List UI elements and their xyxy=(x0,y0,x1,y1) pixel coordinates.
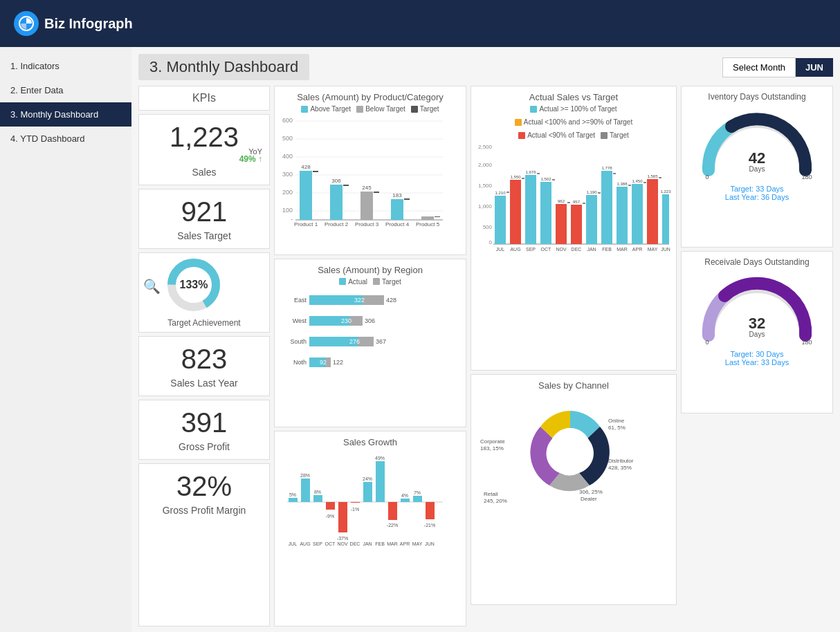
svg-text:-9%: -9% xyxy=(326,514,334,519)
svg-text:428: 428 xyxy=(386,297,396,304)
svg-text:322: 322 xyxy=(354,297,365,304)
svg-text:SEP: SEP xyxy=(526,247,536,252)
inventory-target-text: Target: 33 Days xyxy=(730,185,783,193)
svg-rect-30 xyxy=(421,216,434,220)
svg-text:East: East xyxy=(294,297,307,304)
inventory-days-card: Iventory Days Outstanding 42 xyxy=(681,86,833,248)
svg-text:306, 25%: 306, 25% xyxy=(579,489,603,495)
sales-growth-card: Sales Growth 5% 28% 8% xyxy=(274,431,466,626)
svg-text:49%: 49% xyxy=(375,456,385,461)
sidebar-item-ytd-dashboard[interactable]: 4. YTD Dashboard xyxy=(0,127,131,151)
top-bar: Biz Infograph xyxy=(0,0,840,47)
svg-rect-123 xyxy=(613,173,616,174)
kpi-header-card: KPIs xyxy=(138,86,270,111)
svg-rect-105 xyxy=(522,178,524,179)
svg-rect-102 xyxy=(506,192,509,193)
sales-growth-chart: 5% 28% 8% -9% -37% xyxy=(280,450,446,547)
svg-text:1,565: 1,565 xyxy=(647,174,658,178)
achievement-label: Target Achievement xyxy=(143,318,265,328)
svg-text:276: 276 xyxy=(349,338,360,345)
svg-text:428: 428 xyxy=(301,164,311,170)
svg-text:Distributor: Distributor xyxy=(608,458,634,464)
svg-rect-72 xyxy=(376,461,385,502)
svg-text:Dealer: Dealer xyxy=(581,496,597,502)
selected-month-value: JUN xyxy=(796,58,833,77)
svg-text:-21%: -21% xyxy=(424,523,435,528)
middle-col-1: Sales (Amount) by Product/Category Above… xyxy=(274,86,466,626)
sidebar-item-indicators[interactable]: 1. Indicators xyxy=(0,54,131,78)
svg-rect-23 xyxy=(343,185,349,186)
svg-text:Corporate: Corporate xyxy=(480,438,505,445)
target-value: 921 xyxy=(181,196,228,227)
achievement-kpi-card: 🔍 133% Target Achievement xyxy=(138,252,270,333)
svg-text:8%: 8% xyxy=(314,490,321,494)
receivable-days-card: Receivale Days Outstanding 32 xyxy=(681,251,833,413)
sidebar-item-monthly-dashboard[interactable]: 3. Monthly Dashboard xyxy=(0,102,131,127)
svg-rect-132 xyxy=(659,177,661,178)
svg-rect-24 xyxy=(360,192,373,220)
sales-by-region-chart: East 322 428 West 230 306 South xyxy=(280,287,446,384)
svg-text:NOV: NOV xyxy=(337,541,348,546)
sales-by-product-card: Sales (Amount) by Product/Category Above… xyxy=(274,86,466,255)
svg-text:JUN: JUN xyxy=(425,541,435,546)
svg-text:2,500: 2,500 xyxy=(478,144,493,150)
svg-rect-58 xyxy=(289,498,298,502)
svg-text:APR: APR xyxy=(400,541,410,546)
last-year-label: Sales Last Year xyxy=(146,378,262,389)
svg-text:4%: 4% xyxy=(401,493,408,498)
svg-text:-22%: -22% xyxy=(387,523,398,528)
svg-text:230: 230 xyxy=(341,317,351,324)
svg-text:Product 4: Product 4 xyxy=(385,221,410,227)
svg-text:-1%: -1% xyxy=(351,507,359,512)
logo-text: Biz Infograph xyxy=(44,16,133,32)
svg-rect-113 xyxy=(556,204,567,244)
svg-rect-60 xyxy=(301,478,310,502)
svg-text:Noth: Noth xyxy=(293,359,307,366)
svg-text:MAR: MAR xyxy=(387,541,398,546)
svg-text:400: 400 xyxy=(282,153,293,160)
svg-text:AUG: AUG xyxy=(510,247,520,252)
svg-text:JAN: JAN xyxy=(587,247,596,252)
svg-text:0: 0 xyxy=(705,174,709,180)
gross-profit-label: Gross Profit xyxy=(146,441,262,452)
svg-text:61, 5%: 61, 5% xyxy=(608,425,626,431)
svg-text:133%: 133% xyxy=(180,279,208,290)
svg-rect-21 xyxy=(330,185,343,220)
svg-text:600: 600 xyxy=(282,117,293,124)
sales-by-region-card: Sales (Amount) by Region Actual Target E… xyxy=(274,259,466,428)
svg-rect-29 xyxy=(404,198,410,200)
svg-text:300: 300 xyxy=(282,171,293,178)
svg-rect-76 xyxy=(401,499,410,502)
actual-vs-target-title: Actual Sales vs Target xyxy=(477,92,670,102)
select-month-button[interactable]: Select Month xyxy=(722,57,796,77)
svg-rect-31 xyxy=(435,216,440,217)
svg-rect-18 xyxy=(300,171,312,220)
svg-rect-78 xyxy=(413,496,422,502)
svg-text:42: 42 xyxy=(749,149,765,167)
svg-text:JUL: JUL xyxy=(289,541,298,546)
svg-rect-26 xyxy=(374,192,379,193)
svg-rect-66 xyxy=(338,502,347,532)
svg-text:500: 500 xyxy=(483,224,493,230)
yoy-pct: 49% ↑ xyxy=(239,154,262,164)
svg-text:245, 20%: 245, 20% xyxy=(484,498,507,504)
svg-rect-126 xyxy=(628,185,631,186)
sidebar-item-enter-data[interactable]: 2. Enter Data xyxy=(0,78,131,102)
svg-rect-101 xyxy=(495,196,506,244)
svg-text:0: 0 xyxy=(705,339,709,346)
svg-text:NOV: NOV xyxy=(556,247,567,252)
svg-text:1,388: 1,388 xyxy=(617,182,628,186)
receivable-last-year-text: Last Year: 33 Days xyxy=(725,358,789,366)
svg-text:AUG: AUG xyxy=(300,541,310,546)
sales-kpi-card: 1,223 YoY 49% ↑ Sales xyxy=(138,114,270,185)
right-col: Iventory Days Outstanding 42 xyxy=(681,86,833,626)
sales-by-channel-card: Sales by Channel xyxy=(471,374,677,604)
svg-text:1,190: 1,190 xyxy=(586,190,597,194)
svg-text:Product 3: Product 3 xyxy=(355,221,379,227)
inventory-days-title: Iventory Days Outstanding xyxy=(687,92,827,102)
svg-text:100: 100 xyxy=(282,207,293,214)
target-label: Sales Target xyxy=(146,230,262,241)
svg-text:JAN: JAN xyxy=(363,541,372,546)
svg-text:1,502: 1,502 xyxy=(540,177,551,181)
svg-rect-70 xyxy=(363,482,372,502)
